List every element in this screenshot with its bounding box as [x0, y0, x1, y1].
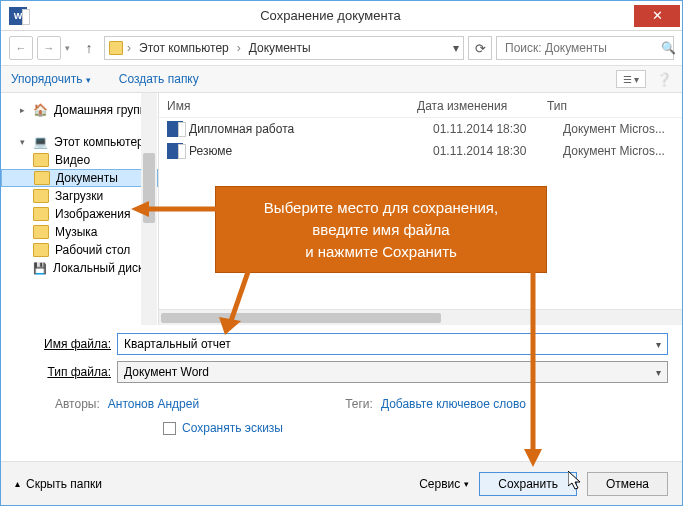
filename-value: Квартальный отчет [124, 337, 231, 351]
file-name: Резюме [189, 144, 433, 158]
word-file-icon [167, 121, 183, 137]
navigation-tree[interactable]: ▸ 🏠 Домашняя группа ▾ 💻 Этот компьютер В… [1, 93, 159, 325]
tree-label: Рабочий стол [55, 243, 130, 257]
file-list-hscrollbar[interactable] [159, 309, 682, 325]
forward-button[interactable]: → [37, 36, 61, 60]
callout-annotation: Выберите место для сохранения, введите и… [215, 186, 547, 273]
back-button[interactable]: ← [9, 36, 33, 60]
dropdown-icon[interactable]: ▾ [656, 339, 661, 350]
history-dropdown-icon[interactable]: ▾ [65, 43, 70, 53]
tree-label: Домашняя группа [54, 103, 153, 117]
close-button[interactable]: ✕ [634, 5, 680, 27]
new-folder-button[interactable]: Создать папку [119, 72, 199, 86]
sidebar-item-homegroup[interactable]: ▸ 🏠 Домашняя группа [1, 101, 158, 119]
tags-value[interactable]: Добавьте ключевое слово [381, 397, 526, 411]
folder-icon [33, 153, 49, 167]
sidebar-item-pictures[interactable]: Изображения [1, 205, 158, 223]
thumbnails-label[interactable]: Сохранять эскизы [182, 421, 283, 435]
window-title: Сохранение документа [27, 8, 634, 23]
sidebar-item-drive[interactable]: 💾 Локальный диск [1, 259, 158, 277]
up-button[interactable]: ↑ [78, 37, 100, 59]
callout-line: Выберите место для сохранения, [230, 197, 532, 219]
callout-line: введите имя файла [230, 219, 532, 241]
folder-icon [33, 243, 49, 257]
dropdown-icon[interactable]: ▾ [656, 367, 661, 378]
sidebar-item-computer[interactable]: ▾ 💻 Этот компьютер [1, 133, 158, 151]
tree-label: Документы [56, 171, 118, 185]
filename-label: Имя файла: [31, 337, 111, 351]
tree-label: Локальный диск [53, 261, 143, 275]
folder-root-icon [109, 41, 123, 55]
file-date: 01.11.2014 18:30 [433, 122, 563, 136]
chevron-up-icon: ▴ [15, 478, 20, 489]
column-header-type[interactable]: Тип [547, 99, 674, 113]
file-name: Дипломная работа [189, 122, 433, 136]
callout-line: и нажмите Сохранить [230, 241, 532, 263]
tree-label: Изображения [55, 207, 130, 221]
sidebar-item-desktop[interactable]: Рабочий стол [1, 241, 158, 259]
thumbnails-checkbox[interactable] [163, 422, 176, 435]
breadcrumb-dropdown-icon[interactable]: ▾ [453, 41, 459, 55]
search-icon: 🔍 [661, 41, 676, 55]
save-button[interactable]: Сохранить [479, 472, 577, 496]
hide-folders-label: Скрыть папки [26, 477, 102, 491]
cancel-button[interactable]: Отмена [587, 472, 668, 496]
filetype-label: Тип файла: [31, 365, 111, 379]
sidebar-item-downloads[interactable]: Загрузки [1, 187, 158, 205]
help-icon[interactable]: ❔ [656, 72, 672, 87]
file-date: 01.11.2014 18:30 [433, 144, 563, 158]
tree-label: Музыка [55, 225, 97, 239]
word-file-icon [167, 143, 183, 159]
breadcrumb-item[interactable]: Этот компьютер [135, 41, 233, 55]
column-header-name[interactable]: Имя [167, 99, 417, 113]
tools-menu[interactable]: Сервис ▾ [419, 477, 469, 491]
folder-icon [33, 207, 49, 221]
folder-icon [34, 171, 50, 185]
file-row[interactable]: Резюме 01.11.2014 18:30 Документ Micros.… [159, 140, 682, 162]
file-type: Документ Micros... [563, 144, 674, 158]
filetype-value: Документ Word [124, 365, 209, 379]
sidebar-scrollbar[interactable] [141, 93, 157, 325]
breadcrumb-item[interactable]: Документы [245, 41, 315, 55]
folder-icon [33, 225, 49, 239]
search-input[interactable] [503, 40, 657, 56]
word-app-icon: W [9, 7, 27, 25]
hide-folders-toggle[interactable]: ▴ Скрыть папки [15, 477, 102, 491]
folder-icon [33, 189, 49, 203]
tags-label: Теги: [345, 397, 373, 411]
tree-label: Загрузки [55, 189, 103, 203]
file-row[interactable]: Дипломная работа 01.11.2014 18:30 Докуме… [159, 118, 682, 140]
sidebar-item-video[interactable]: Видео [1, 151, 158, 169]
filetype-select[interactable]: Документ Word ▾ [117, 361, 668, 383]
search-box[interactable]: 🔍 [496, 36, 674, 60]
tree-label: Этот компьютер [54, 135, 144, 149]
breadcrumb[interactable]: Этот компьютер Документы ▾ [104, 36, 464, 60]
file-type: Документ Micros... [563, 122, 674, 136]
column-header-date[interactable]: Дата изменения [417, 99, 547, 113]
view-mode-button[interactable]: ☰ ▾ [616, 70, 646, 88]
refresh-button[interactable]: ⟳ [468, 36, 492, 60]
sidebar-item-documents[interactable]: Документы [1, 169, 158, 187]
filename-input[interactable]: Квартальный отчет ▾ [117, 333, 668, 355]
organize-menu[interactable]: Упорядочить ▾ [11, 72, 91, 86]
tree-label: Видео [55, 153, 90, 167]
authors-label: Авторы: [55, 397, 100, 411]
sidebar-item-music[interactable]: Музыка [1, 223, 158, 241]
authors-value[interactable]: Антонов Андрей [108, 397, 199, 411]
